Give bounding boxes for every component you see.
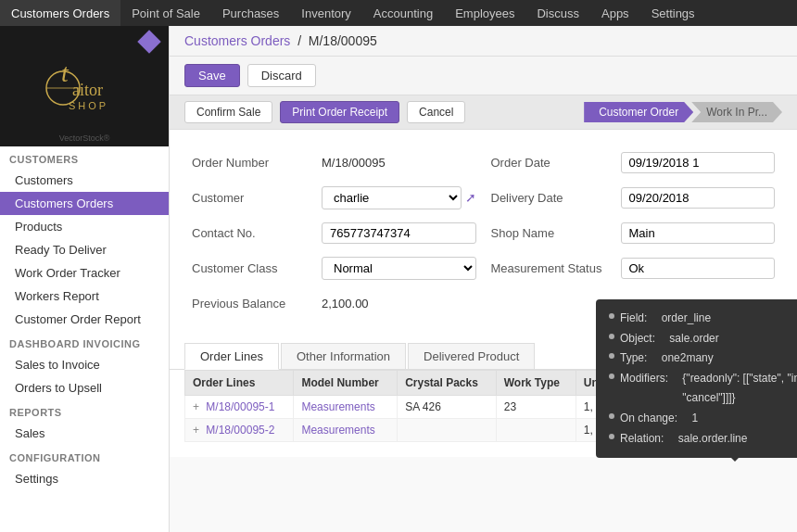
shop-name-input[interactable] [621,222,776,244]
previous-balance-value: 2,100.00 [322,297,369,310]
tooltip-field-value: order_line [662,309,711,329]
sidebar-item-ready-to-deliver[interactable]: Ready To Deliver [0,238,169,261]
tooltip-type-key: Type: [620,348,647,369]
tooltip-onchange-key: On change: [620,409,677,429]
tooltip-popup: Field: order_line Object: sale.order Typ… [596,299,797,458]
sidebar-item-orders-to-upsell[interactable]: Orders to Upsell [0,376,169,399]
main-content: Customers Orders / M/18/00095 Save Disca… [170,26,797,532]
tooltip-row-field: Field: order_line [609,309,797,329]
tooltip-relation-key: Relation: [620,429,664,450]
tooltip-dot-5 [609,413,614,419]
nav-customers-orders[interactable]: Customers Orders [0,0,120,26]
shop-name-label: Shop Name [491,226,621,240]
pipeline-step-customer-order[interactable]: Customer Order [584,102,693,122]
order-number-row: Order Number M/18/00095 [192,148,476,176]
row2-model[interactable]: Measurements [294,419,398,442]
row1-model-number: SA 426 [398,396,497,419]
nav-purchases[interactable]: Purchases [211,0,290,26]
nav-settings[interactable]: Settings [640,0,706,26]
logo-diamond [137,30,160,53]
tooltip-relation-value: sale.order.line [678,429,748,450]
tooltip-object-key: Object: [620,329,655,349]
sidebar-section-reports: Reports [0,399,169,422]
breadcrumb-separator: / [297,33,301,48]
sidebar-section-customers: Customers [0,146,169,169]
row2-model-number [398,419,497,442]
contact-no-input[interactable] [322,222,476,244]
tooltip-dot-2 [609,334,614,339]
tooltip-dot [609,313,614,319]
sidebar-item-customers-orders[interactable]: Customers Orders [0,192,169,215]
breadcrumb-parent[interactable]: Customers Orders [184,33,290,48]
tab-delivered-product[interactable]: Delivered Product [408,343,535,369]
tooltip-dot-4 [609,374,614,379]
row1-model[interactable]: Measurements [294,396,398,419]
row1-add-icon[interactable]: + [193,400,199,413]
sidebar-logo: t aitor SHOP VectorStock® [0,26,169,146]
row1-crystal: 23 [496,396,576,419]
shop-name-row: Shop Name [491,219,776,247]
row1-order: + M/18/00095-1 [185,396,294,419]
sidebar-item-workers-report[interactable]: Workers Report [0,285,169,308]
contact-no-row: Contact No. [192,219,476,247]
sidebar-section-invoicing: Dashboard Invoicing [0,331,169,353]
order-number-value: M/18/00095 [322,156,386,170]
logo-image: t aitor SHOP [33,49,135,123]
order-date-input[interactable] [621,152,776,173]
tab-order-lines[interactable]: Order Lines [184,343,279,370]
nav-discuss[interactable]: Discuss [525,0,590,26]
print-order-receipt-button[interactable]: Print Order Receipt [280,101,399,123]
delivery-date-label: Delivery Date [491,191,621,205]
breadcrumb: Customers Orders / M/18/00095 [170,26,797,57]
tooltip-field-key: Field: [620,309,647,329]
tooltip-row-relation: Relation: sale.order.line [609,429,797,450]
nav-inventory[interactable]: Inventory [290,0,361,26]
tooltip-dot-6 [609,434,614,439]
customer-class-row: Customer Class Normal [192,254,476,282]
order-number-label: Order Number [192,156,322,170]
tooltip-object-value: sale.order [669,329,718,349]
measurement-status-input[interactable] [621,258,776,279]
nav-point-of-sale[interactable]: Point of Sale [120,0,211,26]
row2-order-link[interactable]: M/18/00095-2 [206,424,274,437]
sidebar-item-customers[interactable]: Customers [0,169,169,192]
form-left-col: Order Number M/18/00095 Customer charlie… [184,145,484,328]
customer-label: Customer [192,191,322,205]
customer-class-label: Customer Class [192,261,322,275]
customer-select[interactable]: charlie [322,186,462,209]
nav-employees[interactable]: Employees [444,0,525,26]
delivery-date-input[interactable] [621,187,776,209]
row2-add-icon[interactable]: + [193,424,199,437]
nav-accounting[interactable]: Accounting [362,0,444,26]
row2-crystal [496,419,576,442]
watermark-label: VectorStock® [0,133,169,143]
sidebar-item-work-order-tracker[interactable]: Work Order Tracker [0,261,169,285]
confirm-sale-button[interactable]: Confirm Sale [184,101,272,123]
previous-balance-row: Previous Balance 2,100.00 [192,289,476,317]
sidebar-item-customer-order-report[interactable]: Customer Order Report [0,308,169,331]
order-date-label: Order Date [491,156,621,170]
delivery-date-row: Delivery Date [491,184,776,211]
save-button[interactable]: Save [184,64,240,87]
discard-button[interactable]: Discard [247,64,316,87]
sidebar-item-products[interactable]: Products [0,215,169,238]
sidebar-item-settings[interactable]: Settings [0,467,169,490]
tooltip-row-object: Object: sale.order [609,329,797,349]
nav-apps[interactable]: Apps [590,0,640,26]
customer-class-select[interactable]: Normal [322,257,476,280]
col-model-number: Model Number [294,371,398,396]
sidebar-item-sales[interactable]: Sales [0,422,169,445]
col-work-type: Work Type [496,371,576,396]
tooltip-dot-3 [609,353,614,359]
tooltip-row-type: Type: one2many [609,348,797,369]
tooltip-row-modifiers: Modifiers: {"readonly": [["state", "in",… [609,369,797,409]
pipeline-step-work-in-progress[interactable]: Work In Pr... [691,102,782,122]
tab-other-information[interactable]: Other Information [281,343,406,369]
sidebar-section-configuration: Configuration [0,445,169,467]
row1-order-link[interactable]: M/18/00095-1 [206,400,274,413]
cancel-button[interactable]: Cancel [407,101,465,123]
sidebar-item-sales-to-invoice[interactable]: Sales to Invoice [0,353,169,376]
col-order-lines: Order Lines [185,371,294,396]
customer-external-link-icon[interactable]: ➚ [465,190,476,205]
pipeline: Customer Order Work In Pr... [586,102,782,122]
